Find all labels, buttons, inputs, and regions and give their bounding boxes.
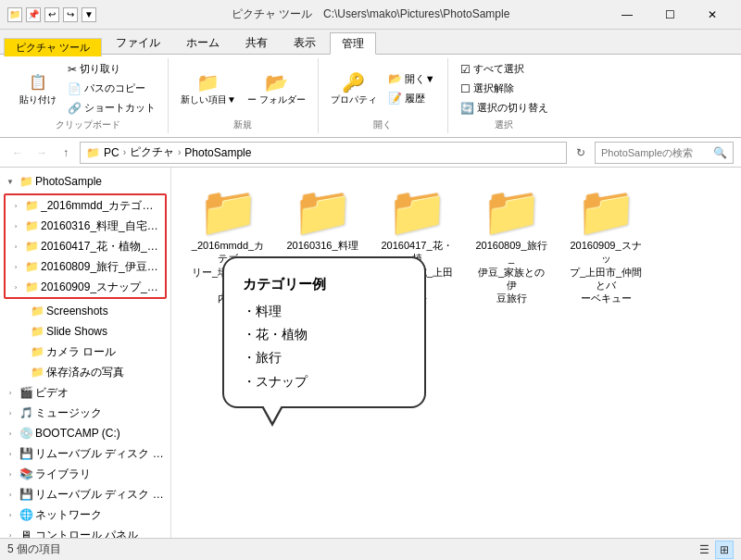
folder-icon-5: 📁	[576, 187, 636, 235]
sidebar-item-slideshows[interactable]: 📁 Slide Shows	[0, 321, 170, 342]
sidebar-item-folder2[interactable]: › 📁 20160316_料理_自宅_手作りオムライス	[6, 216, 165, 236]
history-button[interactable]: 📝 履歴	[383, 90, 440, 107]
paste-button[interactable]: 📋 貼り付け	[15, 68, 61, 109]
select-all-button[interactable]: ☑ すべて選択	[456, 60, 553, 78]
folder-item-5[interactable]: 📁 20160909_スナップ_上田市_仲間とバーベキュー	[564, 182, 647, 309]
sidebar-item-control[interactable]: › 🖥 コントロール パネル	[0, 525, 170, 538]
forward-button[interactable]: →	[31, 143, 52, 163]
expand-icon-bootcamp: ›	[4, 427, 17, 440]
sidebar-item-saved[interactable]: 📁 保存済みの写真	[0, 362, 170, 382]
open-icon: 📂	[388, 72, 402, 85]
folder-icon-camera: 📁	[30, 344, 44, 359]
sidebar-item-folder5[interactable]: › 📁 20160909_スナップ_上田市_仲間とバーベキュー	[6, 277, 165, 297]
new-folder-button[interactable]: 📂 ー フォルダー	[243, 68, 310, 109]
address-path[interactable]: 📁 PC › ピクチャ › PhotoSample	[80, 142, 567, 164]
expand-icon-network: ›	[4, 508, 17, 521]
expand-icon-removable2: ›	[4, 488, 17, 501]
deselect-button[interactable]: ☐ 選択解除	[456, 80, 553, 97]
sidebar-label-saved: 保存済みの写真	[46, 365, 124, 380]
sidebar-label-folder3: 20160417_花・植物_上田城_上田城の桜	[41, 239, 161, 255]
ribbon-group-open: 🔑 プロパティ 📂 開く▼ 📝 履歴 開く	[319, 58, 448, 133]
redo-icon[interactable]: ↪	[63, 7, 78, 22]
title-bar: 📁 📌 ↩ ↪ ▼ ピクチャ ツール C:\Users\mako\Picture…	[0, 0, 741, 30]
refresh-button[interactable]: ↻	[571, 143, 591, 163]
ribbon: ピクチャ ツール ファイル ホーム 共有 表示 管理 📋 貼り付け ✂ 切り取り	[0, 30, 741, 138]
quick-access-icon[interactable]: 📁	[7, 7, 22, 22]
tab-home[interactable]: ホーム	[174, 31, 232, 54]
properties-button[interactable]: 🔑 プロパティ	[326, 68, 382, 109]
callout-item-2: ・花・植物	[243, 323, 406, 346]
expand-icon-music: ›	[4, 406, 17, 419]
toggle-select-button[interactable]: 🔄 選択の切り替え	[456, 99, 553, 117]
folder-icon-folder5: 📁	[24, 280, 39, 294]
copy-path-button[interactable]: 📄 パスのコピー	[63, 80, 160, 97]
sidebar-item-folder1[interactable]: › 📁 _2016mmdd_カテゴリー_場所_写真の内容	[6, 195, 165, 216]
path-pc[interactable]: PC	[104, 146, 119, 159]
up-button[interactable]: ↑	[56, 143, 76, 163]
toggle-select-icon: 🔄	[460, 102, 474, 115]
sidebar-item-photosample[interactable]: ▼ 📁 PhotoSample	[0, 171, 170, 192]
sidebar-item-folder4[interactable]: › 📁 20160809_旅行_伊豆_家族との伊豆旅行	[6, 256, 165, 277]
callout-item-1: ・料理	[243, 300, 406, 323]
minimize-button[interactable]: —	[606, 0, 648, 30]
sidebar-label-video: ビデオ	[35, 385, 69, 401]
down-icon[interactable]: ▼	[82, 7, 96, 22]
tab-pic-tools[interactable]: ピクチャ ツール	[4, 38, 102, 56]
sidebar-item-removable2[interactable]: › 💾 リムーバブル ディスク (E:)	[0, 484, 170, 504]
tab-manage[interactable]: 管理	[330, 32, 376, 55]
sidebar-item-library[interactable]: › 📚 ライブラリ	[0, 464, 170, 484]
deselect-icon: ☐	[460, 82, 471, 95]
sidebar-item-bootcamp[interactable]: › 💿 BOOTCAMP (C:)	[0, 423, 170, 443]
tab-file[interactable]: ファイル	[104, 31, 172, 54]
sidebar-item-camera[interactable]: 📁 カメラ ロール	[0, 342, 170, 362]
new-folder-icon: 📂	[265, 71, 287, 93]
sidebar-item-removable1[interactable]: › 💾 リムーバブル ディスク (E:)	[0, 443, 170, 464]
expand-icon-library: ›	[4, 467, 17, 480]
close-button[interactable]: ✕	[691, 0, 734, 30]
callout-item-4: ・スナップ	[243, 370, 406, 393]
path-pictures[interactable]: ピクチャ	[130, 144, 174, 160]
sidebar-label-camera: カメラ ロール	[46, 344, 116, 360]
tab-share[interactable]: 共有	[233, 31, 280, 54]
path-folder-icon: 📁	[86, 146, 100, 159]
search-box[interactable]: 🔍	[595, 142, 734, 164]
new-item-button[interactable]: 📁 新しい項目▼	[176, 68, 241, 109]
clipboard-label: クリップボード	[56, 118, 120, 131]
path-sep-2: ›	[178, 147, 181, 157]
expand-icon-folder4: ›	[9, 260, 22, 273]
folder-icon-network: 🌐	[19, 507, 33, 522]
new-label: 新規	[233, 118, 252, 131]
folder-item-4[interactable]: 📁 20160809_旅行_伊豆_家族との伊豆旅行	[470, 182, 553, 309]
maximize-button[interactable]: ☐	[648, 0, 691, 30]
expand-icon-photosample: ▼	[4, 175, 17, 188]
main-area: ▼ 📁 PhotoSample › 📁 _2016mmdd_カテゴリー_場所_写…	[0, 168, 741, 538]
ribbon-tabs: ピクチャ ツール ファイル ホーム 共有 表示 管理	[0, 30, 741, 54]
path-photosample[interactable]: PhotoSample	[184, 146, 251, 159]
sidebar-item-folder3[interactable]: › 📁 20160417_花・植物_上田城_上田城の桜	[6, 236, 165, 256]
sidebar-item-video[interactable]: › 🎬 ビデオ	[0, 382, 170, 403]
undo-icon[interactable]: ↩	[44, 7, 59, 22]
callout-item-3: ・旅行	[243, 346, 406, 369]
sidebar-item-music[interactable]: › 🎵 ミュージック	[0, 403, 170, 423]
sidebar-item-network[interactable]: › 🌐 ネットワーク	[0, 504, 170, 525]
status-bar-right: ☰ ⊞	[695, 541, 734, 559]
window-title: ピクチャ ツール C:\Users\mako\Pictures\PhotoSam…	[232, 6, 510, 22]
window-controls: — ☐ ✕	[606, 0, 734, 30]
sidebar-label-folder5: 20160909_スナップ_上田市_仲間とバーベキュー	[41, 280, 161, 295]
icon-view-button[interactable]: ⊞	[715, 541, 734, 559]
shortcut-button[interactable]: 🔗 ショートカット	[63, 99, 160, 117]
open-button[interactable]: 📂 開く▼	[383, 70, 440, 88]
back-button[interactable]: ←	[7, 143, 28, 163]
folder-icon-bootcamp: 💿	[19, 426, 33, 441]
tab-view[interactable]: 表示	[282, 31, 328, 54]
status-bar: 5 個の項目 ☰ ⊞	[0, 538, 741, 560]
status-count: 5 個の項目	[7, 541, 61, 557]
cut-button[interactable]: ✂ 切り取り	[63, 60, 160, 78]
sidebar: ▼ 📁 PhotoSample › 📁 _2016mmdd_カテゴリー_場所_写…	[0, 168, 171, 538]
select-buttons: ☑ すべて選択 ☐ 選択解除 🔄 選択の切り替え	[456, 60, 553, 117]
pin-icon[interactable]: 📌	[26, 7, 41, 22]
ribbon-group-new: 📁 新しい項目▼ 📂 ー フォルダー 新規	[169, 58, 319, 133]
search-input[interactable]	[601, 147, 713, 158]
sidebar-item-screenshots[interactable]: 📁 Screenshots	[0, 301, 170, 321]
list-view-button[interactable]: ☰	[695, 541, 713, 559]
